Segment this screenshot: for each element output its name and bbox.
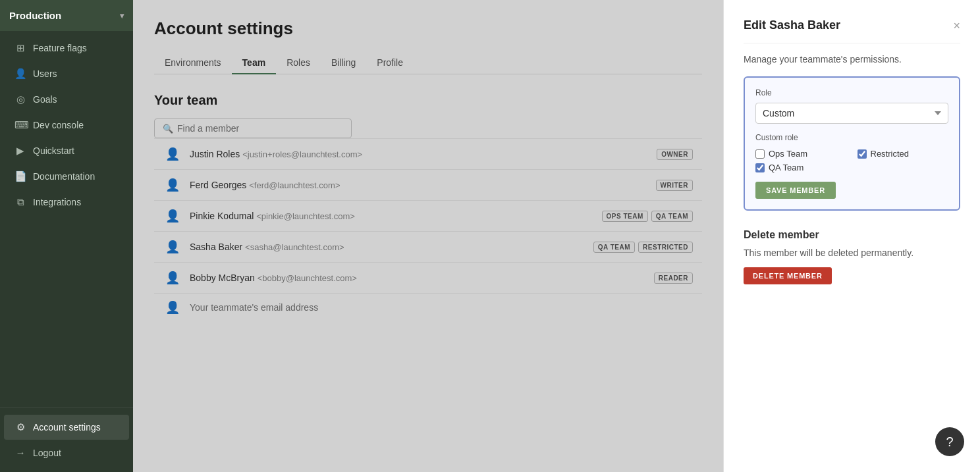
chevron-down-icon: ▾ — [120, 11, 124, 20]
close-button[interactable]: × — [953, 20, 960, 32]
sidebar-item-integrations[interactable]: ⧉ Integrations — [4, 190, 129, 215]
role-label: Role — [755, 88, 948, 97]
sidebar-item-users[interactable]: 👤 Users — [4, 61, 129, 86]
goals-icon: ◎ — [14, 93, 26, 105]
sidebar-item-account-settings[interactable]: ⚙ Account settings — [4, 415, 129, 440]
sidebar-nav: ⊞ Feature flags 👤 Users ◎ Goals ⌨ Dev co… — [0, 31, 133, 407]
sidebar-item-label: Account settings — [33, 422, 101, 433]
sidebar-item-label: Logout — [33, 448, 61, 458]
sidebar-item-label: Documentation — [33, 171, 95, 182]
delete-section: Delete member This member will be delete… — [744, 229, 960, 284]
delete-section-title: Delete member — [744, 229, 960, 241]
sidebar-item-logout[interactable]: → Logout — [4, 440, 129, 465]
sidebar-item-label: Users — [33, 68, 57, 79]
sidebar-item-quickstart[interactable]: ▶ Quickstart — [4, 138, 129, 163]
sidebar-item-feature-flags[interactable]: ⊞ Feature flags — [4, 36, 129, 61]
overlay — [133, 0, 723, 472]
ops-team-label: Ops Team — [769, 149, 807, 159]
logout-icon: → — [14, 447, 26, 458]
integrations-icon: ⧉ — [14, 196, 26, 208]
qa-team-label: QA Team — [769, 163, 803, 172]
sidebar-item-label: Integrations — [33, 197, 81, 207]
sidebar-item-label: Feature flags — [33, 43, 87, 53]
documentation-icon: 📄 — [14, 170, 26, 182]
sidebar-item-goals[interactable]: ◎ Goals — [4, 87, 129, 112]
custom-roles-grid: Ops Team Restricted QA Team — [755, 149, 948, 172]
checkbox-restricted[interactable]: Restricted — [858, 149, 949, 159]
checkbox-qa-team[interactable]: QA Team — [755, 163, 847, 172]
project-selector[interactable]: Production ▾ — [0, 0, 133, 31]
feature-flags-icon: ⊞ — [14, 42, 26, 54]
panel-subtitle: Manage your teammate's permissions. — [744, 54, 960, 65]
panel-header: Edit Sasha Baker × — [744, 18, 960, 43]
ops-team-checkbox[interactable] — [755, 149, 765, 159]
chat-support-button[interactable]: ? — [935, 427, 964, 456]
sidebar-item-label: Quickstart — [33, 145, 74, 156]
quickstart-icon: ▶ — [14, 145, 26, 157]
users-icon: 👤 — [14, 68, 26, 80]
save-member-button[interactable]: SAVE MEMBER — [755, 182, 836, 199]
main-content: Account settings Environments Team Roles… — [133, 0, 723, 472]
sidebar-item-label: Dev console — [33, 120, 84, 130]
delete-description: This member will be deleted permanently. — [744, 248, 960, 258]
role-select[interactable]: Custom Owner Writer Reader — [755, 103, 948, 124]
role-card: Role Custom Owner Writer Reader Custom r… — [744, 76, 960, 211]
qa-team-checkbox[interactable] — [755, 163, 765, 172]
project-name: Production — [9, 10, 61, 21]
panel-title: Edit Sasha Baker — [744, 18, 840, 32]
custom-role-label: Custom role — [755, 133, 948, 142]
restricted-label: Restricted — [871, 149, 910, 159]
sidebar-bottom: ⚙ Account settings → Logout — [0, 407, 133, 472]
right-panel: Edit Sasha Baker × Manage your teammate'… — [723, 0, 980, 472]
sidebar-item-label: Goals — [33, 94, 57, 105]
sidebar-item-dev-console[interactable]: ⌨ Dev console — [4, 113, 129, 138]
delete-member-button[interactable]: DELETE MEMBER — [744, 267, 832, 284]
dev-console-icon: ⌨ — [14, 119, 26, 131]
checkbox-ops-team[interactable]: Ops Team — [755, 149, 847, 159]
chat-icon: ? — [946, 434, 953, 450]
account-settings-icon: ⚙ — [14, 421, 26, 433]
restricted-checkbox[interactable] — [858, 149, 867, 159]
sidebar-item-documentation[interactable]: 📄 Documentation — [4, 164, 129, 189]
sidebar: Production ▾ ⊞ Feature flags 👤 Users ◎ G… — [0, 0, 133, 472]
